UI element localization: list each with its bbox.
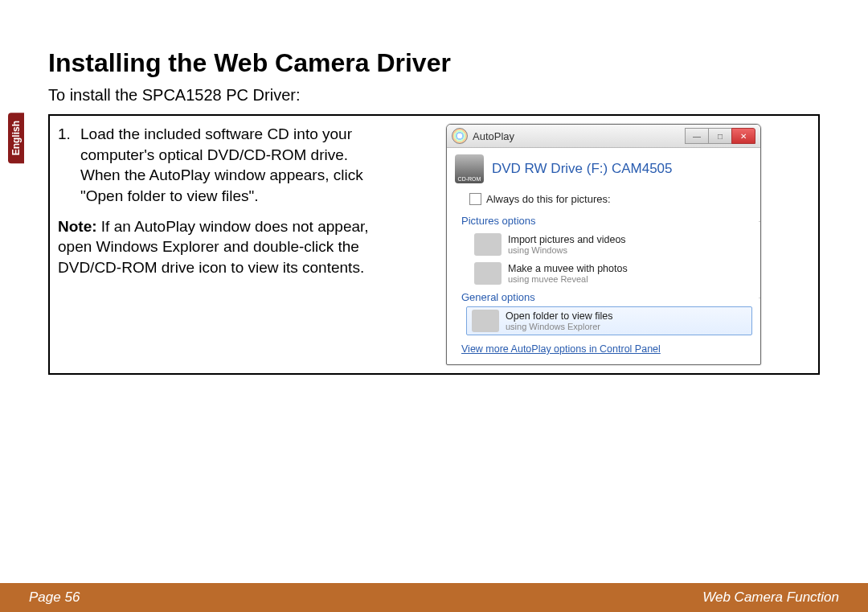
pictures-options-label: Pictures options — [461, 215, 752, 227]
page-title: Installing the Web Camera Driver — [48, 48, 820, 78]
language-tab: English — [8, 113, 24, 163]
footer-page-number: Page 56 — [29, 589, 80, 606]
option-line2: using Windows — [508, 245, 626, 255]
window-title: AutoPlay — [473, 130, 681, 142]
close-button[interactable]: ✕ — [731, 128, 755, 144]
drive-row: CD-ROM DVD RW Drive (F:) CAM4505 — [455, 154, 752, 183]
option-line2: using muvee Reveal — [508, 274, 628, 284]
note-block: Note: If an AutoPlay window does not app… — [58, 216, 387, 278]
always-checkbox-row[interactable]: Always do this for pictures: — [469, 193, 752, 205]
autoplay-window: AutoPlay — □ ✕ CD-ROM DVD RW Drive (F:) … — [446, 124, 761, 365]
option-make-muvee[interactable]: Make a muvee with photos using muvee Rev… — [469, 259, 752, 288]
step-number: 1. — [58, 124, 72, 207]
general-options-label: General options — [461, 291, 752, 303]
step-text: Load the included software CD into your … — [80, 124, 387, 207]
muvee-icon — [474, 262, 502, 285]
maximize-button[interactable]: □ — [708, 128, 732, 144]
autoplay-body: CD-ROM DVD RW Drive (F:) CAM4505 Always … — [447, 148, 760, 364]
option-line1: Make a muvee with photos — [508, 263, 628, 274]
option-open-folder[interactable]: Open folder to view files using Windows … — [466, 306, 752, 335]
page-footer: Page 56 Web Camera Function — [0, 583, 868, 612]
note-text: If an AutoPlay window does not appear, o… — [58, 218, 369, 276]
screenshot-column: AutoPlay — □ ✕ CD-ROM DVD RW Drive (F:) … — [397, 124, 810, 365]
folder-icon — [472, 310, 499, 332]
instructions-column: 1. Load the included software CD into yo… — [58, 124, 387, 365]
page-subtitle: To install the SPCA1528 PC Driver: — [48, 86, 820, 105]
window-titlebar: AutoPlay — □ ✕ — [447, 125, 760, 148]
cdrom-icon: CD-ROM — [455, 154, 484, 183]
document-page: Installing the Web Camera Driver To inst… — [0, 0, 868, 375]
content-box: 1. Load the included software CD into yo… — [48, 114, 820, 375]
step-1: 1. Load the included software CD into yo… — [58, 124, 387, 207]
option-line1: Open folder to view files — [506, 310, 612, 322]
always-label: Always do this for pictures: — [486, 193, 611, 205]
option-import-pictures[interactable]: Import pictures and videos using Windows — [469, 230, 752, 259]
option-line2: using Windows Explorer — [506, 322, 612, 331]
option-line1: Import pictures and videos — [508, 234, 626, 245]
note-label: Note: — [58, 218, 97, 235]
view-more-link[interactable]: View more AutoPlay options in Control Pa… — [461, 343, 661, 355]
drive-label: DVD RW Drive (F:) CAM4505 — [492, 161, 673, 177]
window-buttons: — □ ✕ — [686, 128, 755, 144]
footer-section-name: Web Camera Function — [702, 589, 839, 606]
camera-icon — [474, 233, 502, 256]
minimize-button[interactable]: — — [685, 128, 709, 144]
checkbox-icon[interactable] — [469, 193, 481, 205]
disc-icon — [452, 128, 468, 144]
